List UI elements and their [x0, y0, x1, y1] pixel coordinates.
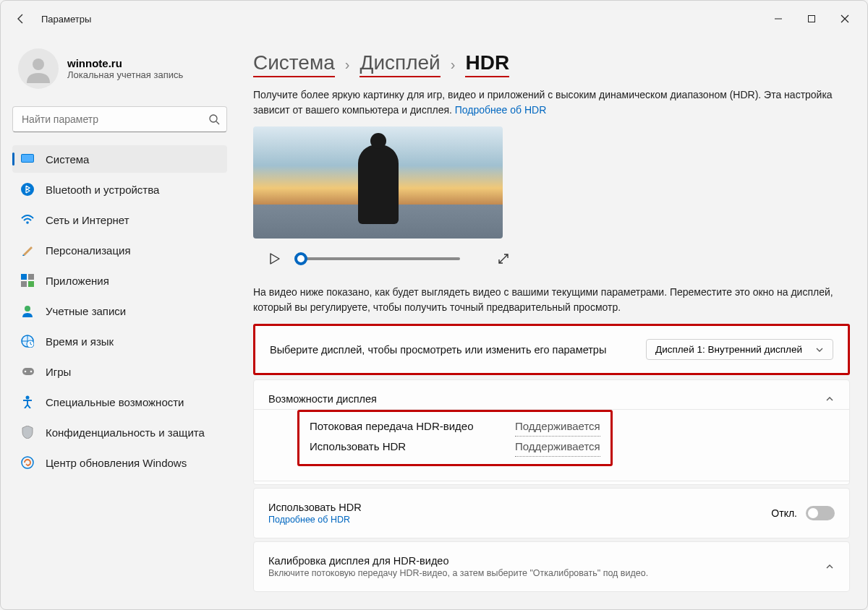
capabilities-header: Возможности дисплея: [268, 393, 377, 405]
nav-item-personalization[interactable]: Персонализация: [12, 236, 227, 264]
svg-point-17: [25, 371, 27, 373]
svg-point-2: [33, 59, 44, 70]
use-hdr-card: Использовать HDR Подробнее об HDR Откл.: [253, 488, 850, 538]
display-capabilities-card: Возможности дисплея Потоковая передача H…: [253, 379, 850, 485]
breadcrumb-system[interactable]: Система: [253, 51, 335, 77]
learn-more-hdr-link[interactable]: Подробнее об HDR: [455, 104, 547, 116]
profile-name: winnote.ru: [67, 57, 183, 69]
brush-icon: [21, 244, 34, 257]
svg-rect-12: [28, 281, 34, 287]
maximize-button[interactable]: [795, 7, 828, 30]
sidebar: winnote.ru Локальная учетная запись Сист…: [1, 37, 236, 609]
nav-label: Сеть и Интернет: [46, 214, 129, 226]
display-select-dropdown[interactable]: Дисплей 1: Внутренний дисплей: [646, 339, 833, 360]
calibration-title: Калибровка дисплея для HDR-видео: [268, 555, 648, 567]
display-select-label: Выберите дисплей, чтобы просмотреть или …: [270, 344, 606, 356]
bluetooth-icon: [21, 183, 34, 196]
hdr-description: Получите более яркую картинку для игр, в…: [253, 87, 850, 118]
nav-label: Конфиденциальность и защита: [46, 426, 205, 439]
system-icon: [21, 152, 34, 166]
breadcrumb: Система › Дисплей › HDR: [253, 51, 850, 77]
svg-point-8: [26, 221, 29, 224]
nav-label: Центр обновления Windows: [46, 457, 187, 469]
nav-label: Персонализация: [46, 244, 131, 257]
avatar-icon: [18, 48, 59, 89]
nav-label: Bluetooth и устройства: [46, 184, 159, 196]
svg-point-18: [30, 371, 33, 373]
gamepad-icon: [21, 365, 34, 378]
back-button[interactable]: [7, 4, 35, 33]
video-controls: [266, 250, 850, 267]
accessibility-icon: [21, 395, 34, 408]
profile[interactable]: winnote.ru Локальная учетная запись: [12, 37, 227, 106]
globe-clock-icon: [21, 335, 34, 348]
capabilities-highlight: Потоковая передача HDR-видео Поддерживае…: [297, 410, 613, 466]
video-preview-thumbnail[interactable]: [253, 126, 503, 239]
profile-subtitle: Локальная учетная запись: [67, 69, 183, 80]
capability-row: Потоковая передача HDR-видео Поддерживае…: [310, 416, 600, 437]
video-hint-text: На видео ниже показано, как будет выгляд…: [253, 285, 850, 315]
use-hdr-title: Использовать HDR: [268, 502, 362, 513]
nav-item-bluetooth[interactable]: Bluetooth и устройства: [12, 176, 227, 203]
nav-label: Время и язык: [46, 335, 114, 348]
main-content: Система › Дисплей › HDR Получите более я…: [236, 37, 867, 609]
search-input[interactable]: [12, 106, 227, 132]
breadcrumb-hdr: HDR: [465, 51, 509, 77]
minimize-button[interactable]: [762, 7, 795, 30]
nav-label: Специальные возможности: [46, 396, 184, 408]
svg-rect-6: [22, 155, 33, 162]
update-icon: [21, 456, 34, 469]
svg-rect-9: [21, 274, 27, 280]
nav-item-gaming[interactable]: Игры: [12, 358, 227, 385]
use-hdr-learn-more-link[interactable]: Подробнее об HDR: [268, 515, 362, 525]
close-button[interactable]: [828, 7, 861, 30]
chevron-up-icon[interactable]: [825, 562, 835, 572]
nav-item-accounts[interactable]: Учетные записи: [12, 297, 227, 325]
nav-item-apps[interactable]: Приложения: [12, 267, 227, 294]
nav-list: Система Bluetooth и устройства Сеть и Ин…: [12, 145, 227, 479]
svg-rect-1: [809, 16, 815, 22]
nav-item-network[interactable]: Сеть и Интернет: [12, 206, 227, 233]
display-select-card: Выберите дисплей, чтобы просмотреть или …: [253, 324, 850, 375]
use-hdr-toggle[interactable]: [806, 506, 835, 520]
window-controls: [762, 7, 861, 30]
nav-label: Игры: [46, 366, 71, 378]
calibration-card[interactable]: Калибровка дисплея для HDR-видео Включит…: [253, 541, 850, 592]
nav-item-privacy[interactable]: Конфиденциальность и защита: [12, 418, 227, 446]
breadcrumb-display[interactable]: Дисплей: [359, 51, 440, 77]
nav-item-windows-update[interactable]: Центр обновления Windows: [12, 449, 227, 476]
svg-rect-11: [21, 281, 27, 287]
chevron-right-icon: ›: [345, 56, 350, 73]
titlebar: Параметры: [1, 1, 867, 37]
nav-item-time-language[interactable]: Время и язык: [12, 327, 227, 355]
nav-label: Приложения: [46, 275, 109, 287]
svg-rect-10: [28, 274, 34, 280]
chevron-down-icon: [815, 345, 824, 354]
svg-line-4: [216, 121, 219, 124]
nav-item-accessibility[interactable]: Специальные возможности: [12, 388, 227, 416]
video-progress-slider[interactable]: [301, 257, 460, 260]
fullscreen-button[interactable]: [495, 250, 512, 267]
nav-item-system[interactable]: Система: [12, 145, 227, 173]
capability-row: Использовать HDR Поддерживается: [310, 437, 600, 457]
slider-thumb[interactable]: [294, 252, 307, 265]
shield-icon: [21, 426, 34, 439]
chevron-right-icon: ›: [451, 56, 456, 73]
svg-rect-16: [22, 368, 34, 375]
search-wrap: [12, 106, 227, 132]
person-icon: [21, 304, 34, 317]
apps-icon: [21, 274, 34, 287]
chevron-up-icon[interactable]: [825, 394, 835, 404]
capabilities-header-row[interactable]: Возможности дисплея: [254, 380, 849, 409]
search-icon: [208, 113, 220, 125]
svg-point-20: [22, 457, 33, 468]
window-title: Параметры: [41, 14, 91, 25]
svg-point-3: [210, 115, 217, 122]
svg-point-13: [25, 306, 30, 312]
calibration-subtitle: Включите потоковую передачу HDR-видео, а…: [268, 568, 648, 578]
toggle-state-label: Откл.: [771, 507, 797, 519]
play-button[interactable]: [266, 250, 284, 267]
wifi-icon: [21, 213, 34, 226]
nav-label: Учетные записи: [46, 305, 126, 317]
svg-point-19: [26, 396, 30, 400]
